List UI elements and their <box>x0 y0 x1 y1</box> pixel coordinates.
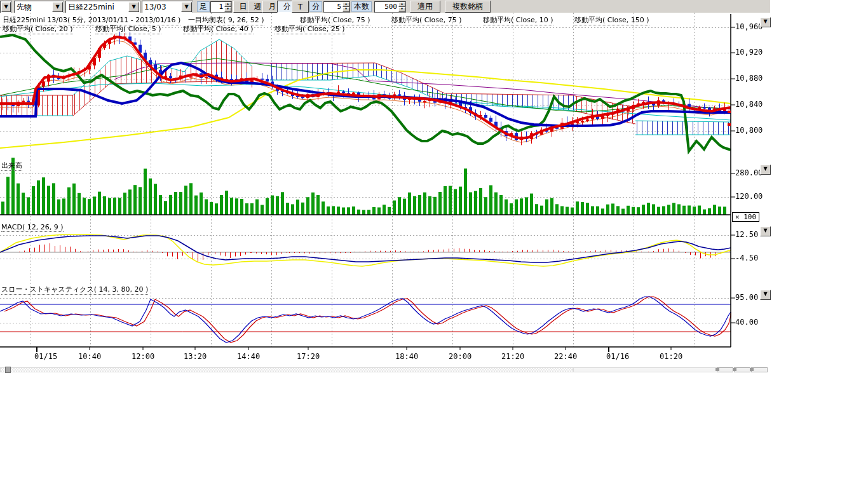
pane-label: MACD( 12, 26, 9 ) <box>1 223 64 232</box>
legend-item: 移動平均( Close, 40 ) <box>183 24 254 34</box>
time-axis-label: 13:20 <box>184 352 207 361</box>
volume-multiplier-badge: × 100 <box>732 212 759 222</box>
time-axis-label: 10:40 <box>78 352 101 361</box>
chevron-down-icon[interactable]: ▼ <box>128 2 139 12</box>
scrollbar-track[interactable] <box>0 367 573 372</box>
time-axis-label: 17:20 <box>297 352 320 361</box>
time-axis-label: 14:40 <box>237 352 260 361</box>
pane-label: 出来高 <box>1 161 22 171</box>
scrollbar-thumb[interactable] <box>5 367 11 373</box>
legend-item: 移動平均( Close, 20 ) <box>3 24 73 34</box>
horizontal-scrollbar[interactable] <box>0 366 770 372</box>
contract-combobox[interactable]: 13/03 ▼ <box>142 1 193 13</box>
price-chart-canvas <box>0 13 770 372</box>
legend-item: 移動平均( Close, 150 ) <box>574 15 649 25</box>
stepper-arrows-icon[interactable]: ▲▼ <box>342 2 349 12</box>
chevron-down-icon[interactable]: ▼ <box>181 2 192 12</box>
time-axis-label: 20:00 <box>449 352 471 361</box>
market-combobox[interactable]: 先物 ▼ <box>14 1 64 13</box>
chevron-down-icon[interactable]: ▼ <box>52 2 63 12</box>
scrollbar-handle-icon[interactable] <box>733 368 736 371</box>
bar-count-value: 500 <box>375 2 398 12</box>
y-axis-label: 95.00 <box>735 293 758 302</box>
toolbar: ▼ 先物 ▼ 日経225mini ▼ 13/03 ▼ 足 1 ▲▼ 日 週 月 … <box>0 0 770 13</box>
pane-options-dropdown[interactable]: ▼ <box>760 226 771 236</box>
time-axis-label: 01/15 <box>34 352 57 361</box>
scrollbar-handle-icon[interactable] <box>750 368 754 371</box>
y-axis-label: 120.00 <box>735 192 763 201</box>
y-axis-label: 280.00 <box>735 168 763 177</box>
pane-options-dropdown[interactable]: ▼ <box>760 17 771 27</box>
bar-type-label: 足 <box>197 1 210 12</box>
market-combobox-value: 先物 <box>15 2 51 13</box>
app-window: ▼ 先物 ▼ 日経225mini ▼ 13/03 ▼ 足 1 ▲▼ 日 週 月 … <box>0 0 868 488</box>
bar-interval-value: 1 <box>211 2 224 12</box>
legend-item: 移動平均( Close, 75 ) <box>391 15 462 25</box>
y-axis-label: 10,880 <box>735 74 763 83</box>
time-axis-label: 01/16 <box>606 352 629 361</box>
time-axis-label: 21:20 <box>501 352 524 361</box>
legend-item: 移動平均( Close, 5 ) <box>95 24 161 34</box>
time-axis-label: 12:00 <box>132 352 154 361</box>
time-axis-label: 22:40 <box>554 352 577 361</box>
bar-count-stepper[interactable]: 500 ▲▼ <box>374 1 406 13</box>
contract-combobox-value: 13/03 <box>142 3 180 11</box>
legend-item: 移動平均( Close, 10 ) <box>483 15 553 25</box>
stepper-arrows-icon[interactable]: ▲▼ <box>224 2 231 12</box>
y-axis-label: 12.50 <box>735 230 758 239</box>
bar-interval-stepper[interactable]: 1 ▲▼ <box>210 1 232 13</box>
symbol-combobox[interactable]: 日経225mini ▼ <box>65 1 140 13</box>
stepper-arrows-icon[interactable]: ▲▼ <box>398 2 405 12</box>
y-axis-label: 10,800 <box>735 126 763 135</box>
time-axis-label: 01:20 <box>660 352 682 361</box>
minute-value: 5 <box>324 2 342 12</box>
left-stub-combobox[interactable]: ▼ <box>0 1 12 13</box>
bar-count-label: 本数 <box>351 1 372 12</box>
y-axis-label: 10,920 <box>735 48 763 57</box>
y-axis-label: 40.00 <box>735 318 758 327</box>
pane-label: スロー・ストキャスティクス( 14, 3, 80, 20 ) <box>1 285 148 295</box>
scrollbar-track-right[interactable] <box>573 367 718 372</box>
pane-options-dropdown[interactable]: ▼ <box>760 165 771 175</box>
scrollbar-handle-icon[interactable] <box>715 368 719 371</box>
minute-unit-label: 分 <box>309 1 322 12</box>
y-axis-label: 10,840 <box>735 100 763 109</box>
minute-value-stepper[interactable]: 5 ▲▼ <box>323 1 350 13</box>
pane-options-dropdown[interactable]: ▼ <box>760 290 771 300</box>
time-axis-label: 18:40 <box>395 352 418 361</box>
legend-item: 移動平均( Close, 25 ) <box>275 24 345 34</box>
period-button-tick[interactable]: T <box>292 1 309 13</box>
y-axis-label: 10,960 <box>735 22 763 31</box>
apply-button[interactable]: 適用 <box>410 1 440 13</box>
chevron-down-icon[interactable]: ▼ <box>1 2 11 12</box>
y-axis-label: -4.50 <box>735 254 758 262</box>
symbol-combobox-value: 日経225mini <box>66 2 128 13</box>
multi-symbol-button[interactable]: 複数銘柄 <box>445 1 491 13</box>
